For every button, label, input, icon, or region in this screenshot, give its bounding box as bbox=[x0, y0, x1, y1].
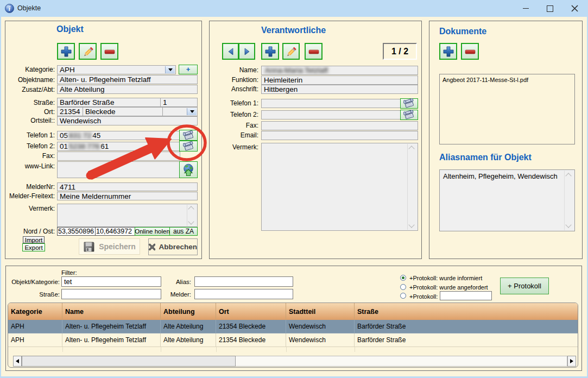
person-vermerk-scrollbar[interactable] bbox=[407, 144, 417, 230]
alias-listbox[interactable]: Altenheim, Pflegeheim, Wendewisch bbox=[439, 169, 575, 231]
ortsteil-field[interactable]: Wendewisch bbox=[57, 116, 198, 125]
person-telefon2-dial-button[interactable] bbox=[400, 110, 418, 120]
ost-field[interactable]: 10,6463972 bbox=[95, 227, 135, 236]
person-counter: 1 / 2 bbox=[383, 43, 417, 60]
person-fax-field[interactable] bbox=[261, 121, 418, 130]
www-link-field[interactable] bbox=[57, 161, 180, 178]
person-vermerk-label: Vermerk: bbox=[209, 143, 258, 151]
plz-field[interactable]: 21354 bbox=[57, 107, 83, 116]
objekt-delete-button[interactable] bbox=[100, 43, 118, 60]
objektname-label: Objektname: bbox=[3, 76, 55, 84]
ort-field[interactable]: Bleckede bbox=[83, 107, 163, 116]
import-button[interactable]: Import bbox=[23, 236, 45, 243]
funktion-label: Funktion: bbox=[209, 76, 258, 84]
strasse-field[interactable]: Barförder Straße bbox=[57, 98, 161, 107]
melder-freitext-label: Melder-Freitext: bbox=[3, 192, 55, 200]
column-header[interactable]: Name bbox=[62, 303, 161, 320]
telefon2-label: Telefon 2: bbox=[3, 142, 55, 150]
melder-freitext-field[interactable]: Meine Meldernummer bbox=[57, 192, 198, 200]
scrollbar-thumb[interactable] bbox=[22, 356, 236, 367]
funktion-field[interactable]: Heimleiterin bbox=[261, 75, 418, 85]
vermerk-scrollbar[interactable] bbox=[187, 205, 197, 226]
ort-combobox[interactable] bbox=[162, 107, 198, 116]
meldernr-label: MelderNr: bbox=[3, 183, 55, 191]
abbrechen-button[interactable]: Abbrechen bbox=[148, 238, 198, 255]
kategorie-add-button[interactable]: + bbox=[179, 65, 198, 74]
person-telefon1-dial-button[interactable] bbox=[400, 98, 418, 109]
title-bar: i Objekte bbox=[0, 0, 588, 17]
table-filler bbox=[8, 347, 578, 354]
person-delete-button[interactable] bbox=[305, 43, 323, 60]
objekt-add-button[interactable] bbox=[57, 43, 75, 60]
dokumente-listbox[interactable]: Angbeot 2017-11-Messe-St-l.pdf bbox=[439, 74, 575, 144]
scroll-right-button[interactable] bbox=[567, 356, 576, 367]
anschrift-field[interactable]: Hittbergen bbox=[261, 85, 418, 94]
vermerk-textarea[interactable] bbox=[57, 204, 198, 227]
person-edit-button[interactable] bbox=[282, 43, 300, 60]
telefon1-field[interactable]: 05831 7245 bbox=[57, 131, 180, 140]
speichern-button[interactable]: Speichern bbox=[79, 238, 140, 255]
nord-ost-label: Nord / Ost: bbox=[3, 228, 55, 235]
email-field[interactable] bbox=[261, 131, 418, 140]
table-hscrollbar[interactable] bbox=[13, 356, 576, 367]
kategorie-combobox[interactable]: APH bbox=[57, 65, 176, 74]
table-row-selected[interactable]: APH Alten- u. Pflegeheim Tetzlaff Alte A… bbox=[8, 320, 578, 333]
person-telefon2-field[interactable] bbox=[261, 110, 401, 119]
chevron-down-icon bbox=[190, 110, 194, 113]
maximize-button[interactable] bbox=[542, 0, 558, 17]
close-button[interactable] bbox=[566, 0, 583, 17]
telefon2-field[interactable]: 015238 77661 bbox=[57, 142, 180, 151]
phone-icon bbox=[183, 141, 194, 151]
objekt-edit-button[interactable] bbox=[79, 43, 97, 60]
name-field[interactable]: Anna-Maria Tetzlaff bbox=[261, 66, 418, 75]
www-open-button[interactable] bbox=[179, 161, 198, 178]
zusatz-field[interactable]: Alte Abteilung bbox=[57, 85, 198, 94]
prev-person-button[interactable] bbox=[222, 43, 239, 60]
results-table: Kategorie Name Abteilung Ort Stadtteil S… bbox=[8, 303, 578, 368]
alias-filter-label: Alias: bbox=[137, 279, 191, 285]
protokoll-custom-input[interactable] bbox=[440, 291, 492, 300]
minimize-icon bbox=[523, 8, 529, 9]
window-body: Objekt Kategorie: bbox=[1, 17, 587, 376]
list-item[interactable]: Angbeot 2017-11-Messe-St-l.pdf bbox=[442, 77, 528, 83]
column-header[interactable]: Straße bbox=[355, 303, 578, 320]
fax-field[interactable] bbox=[57, 152, 180, 161]
kategorie-dropdown-button[interactable] bbox=[165, 66, 175, 73]
next-person-button[interactable] bbox=[238, 43, 255, 60]
person-vermerk-textarea[interactable] bbox=[261, 143, 418, 231]
nord-field[interactable]: 53,3550896 bbox=[57, 227, 96, 236]
ort-dropdown-button[interactable] bbox=[187, 108, 197, 115]
alias-scrollbar[interactable] bbox=[564, 171, 574, 230]
objektname-field[interactable]: Alten- u. Pflegeheim Tetzlaff bbox=[57, 75, 198, 84]
protokoll-custom-radio[interactable] bbox=[400, 293, 406, 299]
column-header[interactable]: Abteilung bbox=[161, 303, 216, 320]
column-header[interactable]: Ort bbox=[216, 303, 286, 320]
alias-filter-input[interactable] bbox=[194, 276, 293, 287]
person-telefon1-field[interactable] bbox=[261, 99, 401, 108]
plus-icon bbox=[60, 46, 72, 58]
telefon2-dial-button[interactable] bbox=[179, 141, 198, 152]
melder-filter-input[interactable] bbox=[194, 289, 293, 299]
minimize-button[interactable] bbox=[517, 0, 534, 17]
dokument-add-button[interactable] bbox=[439, 43, 457, 60]
vermerk-label: Vermerk: bbox=[3, 205, 55, 212]
person-add-button[interactable] bbox=[261, 43, 279, 60]
column-header[interactable]: Kategorie bbox=[8, 303, 62, 320]
floppy-disk-icon bbox=[83, 241, 95, 253]
table-row[interactable]: APH Alten- u. Pflegeheim Tetzlaff Alte A… bbox=[8, 333, 578, 347]
hausnummer-field[interactable]: 1 bbox=[160, 98, 198, 107]
protokoll-informiert-radio[interactable] bbox=[400, 275, 406, 281]
aus-za-button[interactable]: aus ZA bbox=[169, 227, 198, 236]
list-item[interactable]: Altenheim, Pflegeheim, Wendewisch bbox=[443, 172, 558, 180]
grid-line bbox=[161, 347, 161, 352]
meldernr-field[interactable]: 4711 bbox=[57, 182, 198, 191]
online-holen-button[interactable]: Online holen bbox=[135, 227, 170, 236]
dokument-delete-button[interactable] bbox=[461, 43, 479, 60]
scroll-left-button[interactable] bbox=[13, 356, 22, 367]
column-header[interactable]: Stadtteil bbox=[286, 303, 355, 320]
telefon1-dial-button[interactable] bbox=[179, 130, 198, 141]
protokoll-angefordert-radio[interactable] bbox=[400, 284, 406, 290]
phone-icon bbox=[403, 98, 415, 108]
export-button[interactable]: Export bbox=[22, 243, 45, 251]
protokoll-button[interactable]: + Protokoll bbox=[500, 278, 549, 294]
